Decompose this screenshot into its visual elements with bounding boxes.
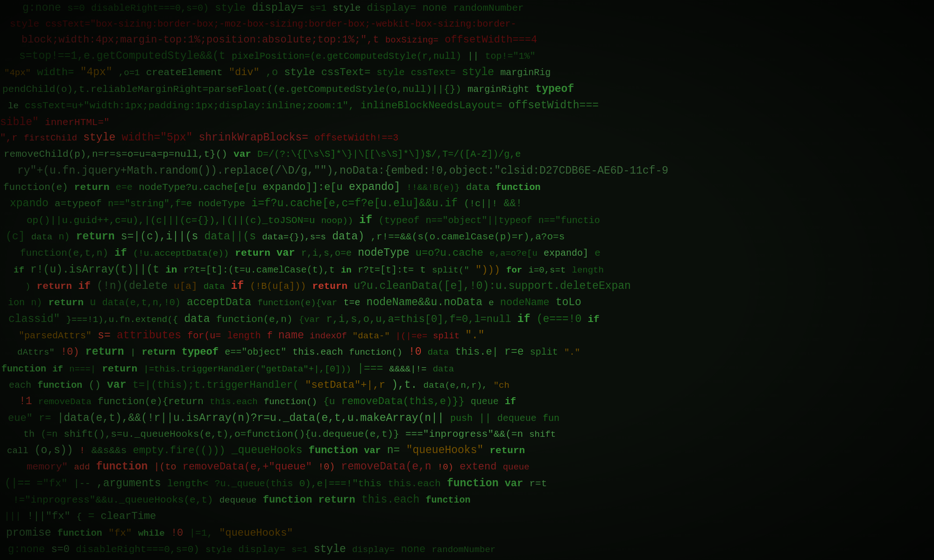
code-background: g:none s=0 disableRight===0,s=0) style d… (0, 0, 934, 560)
code-line: block;width:4px;margin-top:1%;position:a… (0, 32, 934, 48)
code-line: style cssText="box-sizing:border-box;-mo… (0, 558, 934, 560)
code-line: dAttrs" !0) return | return typeof e=="o… (0, 344, 934, 360)
code-line: op()||u.guid++,c=u),|(c|||(c={}),|(||(c)… (0, 212, 934, 229)
code-line: each function () var t=|(this);t.trigger… (0, 377, 934, 393)
code-line: ) return if (!n)(delete u[a] data if (!B… (0, 278, 934, 294)
code-line: th (=n shift(),s=u._queueHooks(e,t),o=fu… (0, 427, 934, 442)
code-line: removeChild(p),n=r=s=o=u=a=p=null,t}() v… (0, 146, 934, 162)
code-line: s=top!==1,e.getComputedStyle&&(t pixelPo… (0, 48, 934, 64)
code-line: !="inprogress"&&u._queueHooks(e,t) deque… (0, 492, 934, 508)
code-line: classid" }===!1),u.fn.extend({ data func… (0, 311, 934, 328)
code-line: "4px" width= "4px" ,o=1 createElement "d… (0, 64, 934, 81)
code-line: style cssText="box-sizing:border-box;-mo… (0, 16, 934, 32)
code-line: call (o,s)) ! &&s&&s empty.fire(())) _qu… (0, 442, 934, 459)
code-line: function if n===| return |=this.triggerH… (0, 361, 934, 377)
code-line: (|== ="fx" |-- ,arguments length< ?u._qu… (0, 476, 934, 492)
code-line: eue" r= |data(e,t),&&(!r||u.isArray(n)?r… (0, 410, 934, 427)
code-line: g:none s=0 disableRight===0,s=0) style d… (0, 541, 934, 558)
code-line: function(e,t,n) if (!u.acceptData(e)) re… (0, 245, 934, 261)
code-line: le cssText=u+"width:1px;padding:1px;disp… (0, 98, 934, 114)
code-line: function(e) return e=e nodeType?u.cache[… (0, 179, 934, 196)
code-line: memory" add function |(to removeData(e,+… (0, 459, 934, 475)
code-line: (c] data n) return s=|(c),i||(s data||(s… (0, 229, 934, 245)
code-line: if r!(u).isArray(t)||(t in r?t=[t]:(t=u.… (0, 262, 934, 278)
code-line: ion n) return u data(e,t,n,!0) acceptDat… (0, 294, 934, 311)
code-line: "parsedAttrs" s= attributes for(u= lengt… (0, 328, 934, 344)
code-line: promise function "fx" while !0 |=1, "que… (0, 525, 934, 541)
code-line: sible" innerHTML="",r firstChild style w… (0, 114, 934, 147)
code-line: xpando a=typeof n=="string",f=e nodeType… (0, 196, 934, 212)
code-line: !1 removeData function(e){return this.ea… (0, 393, 934, 410)
code-line: ry"+(u.fn.jquery+Math.random()).replace(… (0, 163, 934, 179)
code-line: g:none s=0 disableRight===0,s=0) style d… (0, 0, 934, 16)
code-line: pendChild(o),t.reliableMarginRight=parse… (0, 81, 934, 98)
code-line: ||| !||"fx" { = clearTime (0, 508, 934, 525)
